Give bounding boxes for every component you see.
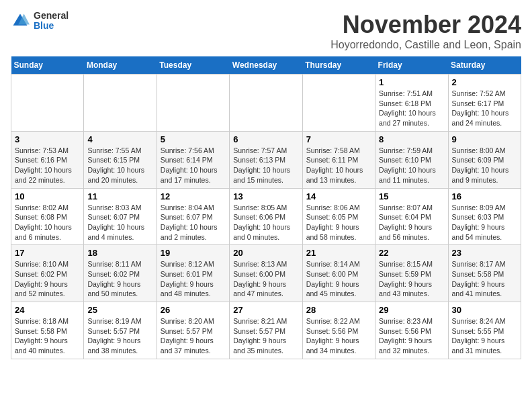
day-info: Sunrise: 8:19 AM Sunset: 5:57 PM Dayligh… xyxy=(87,316,152,356)
day-number: 22 xyxy=(379,248,444,258)
day-info: Sunrise: 7:55 AM Sunset: 6:15 PM Dayligh… xyxy=(87,146,152,185)
day-number: 12 xyxy=(161,191,226,201)
day-info: Sunrise: 7:57 AM Sunset: 6:13 PM Dayligh… xyxy=(233,146,298,185)
calendar-cell: 3Sunrise: 7:53 AM Sunset: 6:16 PM Daylig… xyxy=(11,131,84,188)
day-number: 11 xyxy=(87,191,152,201)
location-subtitle: Hoyorredondo, Castille and Leon, Spain xyxy=(330,39,521,51)
day-info: Sunrise: 8:03 AM Sunset: 6:07 PM Dayligh… xyxy=(87,203,152,242)
day-number: 16 xyxy=(452,191,517,201)
day-header-saturday: Saturday xyxy=(448,56,521,75)
day-info: Sunrise: 8:18 AM Sunset: 5:58 PM Dayligh… xyxy=(15,316,80,356)
calendar-cell: 20Sunrise: 8:13 AM Sunset: 6:00 PM Dayli… xyxy=(230,245,302,302)
day-number: 9 xyxy=(452,134,517,144)
calendar-cell: 27Sunrise: 8:21 AM Sunset: 5:57 PM Dayli… xyxy=(230,302,302,359)
day-number: 4 xyxy=(87,134,152,144)
day-number: 10 xyxy=(15,191,80,201)
calendar-cell: 19Sunrise: 8:12 AM Sunset: 6:01 PM Dayli… xyxy=(157,245,229,302)
day-info: Sunrise: 7:58 AM Sunset: 6:11 PM Dayligh… xyxy=(306,146,371,185)
calendar-cell: 13Sunrise: 8:05 AM Sunset: 6:06 PM Dayli… xyxy=(230,188,302,245)
day-number: 17 xyxy=(15,248,80,258)
day-number: 23 xyxy=(452,248,517,258)
calendar-cell: 24Sunrise: 8:18 AM Sunset: 5:58 PM Dayli… xyxy=(11,302,84,359)
calendar-cell: 5Sunrise: 7:56 AM Sunset: 6:14 PM Daylig… xyxy=(157,131,229,188)
day-info: Sunrise: 7:56 AM Sunset: 6:14 PM Dayligh… xyxy=(161,146,226,185)
day-info: Sunrise: 8:24 AM Sunset: 5:55 PM Dayligh… xyxy=(452,316,517,356)
day-info: Sunrise: 8:00 AM Sunset: 6:09 PM Dayligh… xyxy=(452,146,517,185)
day-info: Sunrise: 8:04 AM Sunset: 6:07 PM Dayligh… xyxy=(161,203,226,242)
week-row-2: 10Sunrise: 8:02 AM Sunset: 6:08 PM Dayli… xyxy=(11,188,521,245)
day-info: Sunrise: 7:52 AM Sunset: 6:17 PM Dayligh… xyxy=(452,89,517,128)
calendar-cell: 21Sunrise: 8:14 AM Sunset: 6:00 PM Dayli… xyxy=(302,245,375,302)
day-info: Sunrise: 8:06 AM Sunset: 6:05 PM Dayligh… xyxy=(306,203,371,242)
day-info: Sunrise: 8:17 AM Sunset: 5:58 PM Dayligh… xyxy=(452,259,517,299)
day-number: 2 xyxy=(452,77,517,87)
calendar-body: 1Sunrise: 7:51 AM Sunset: 6:18 PM Daylig… xyxy=(11,75,521,359)
day-info: Sunrise: 8:12 AM Sunset: 6:01 PM Dayligh… xyxy=(161,259,226,299)
day-info: Sunrise: 7:59 AM Sunset: 6:10 PM Dayligh… xyxy=(379,146,444,185)
calendar-cell: 18Sunrise: 8:11 AM Sunset: 6:02 PM Dayli… xyxy=(84,245,157,302)
calendar-cell xyxy=(157,75,229,132)
calendar-cell: 15Sunrise: 8:07 AM Sunset: 6:04 PM Dayli… xyxy=(375,188,448,245)
day-info: Sunrise: 8:10 AM Sunset: 6:02 PM Dayligh… xyxy=(15,259,80,299)
day-info: Sunrise: 8:21 AM Sunset: 5:57 PM Dayligh… xyxy=(233,316,298,356)
day-number: 27 xyxy=(233,305,298,315)
calendar-cell: 26Sunrise: 8:20 AM Sunset: 5:57 PM Dayli… xyxy=(157,302,229,359)
title-area: November 2024 Hoyorredondo, Castille and… xyxy=(330,11,521,51)
day-header-sunday: Sunday xyxy=(11,56,84,75)
calendar-cell: 4Sunrise: 7:55 AM Sunset: 6:15 PM Daylig… xyxy=(84,131,157,188)
calendar-cell: 7Sunrise: 7:58 AM Sunset: 6:11 PM Daylig… xyxy=(302,131,375,188)
calendar-cell xyxy=(11,75,84,132)
calendar-cell xyxy=(230,75,302,132)
day-info: Sunrise: 7:51 AM Sunset: 6:18 PM Dayligh… xyxy=(379,89,444,128)
day-number: 26 xyxy=(161,305,226,315)
logo-text: General Blue xyxy=(34,11,69,32)
day-number: 3 xyxy=(15,134,80,144)
day-number: 25 xyxy=(87,305,152,315)
header: General Blue November 2024 Hoyorredondo,… xyxy=(11,11,521,51)
day-header-thursday: Thursday xyxy=(302,56,375,75)
day-number: 19 xyxy=(161,248,226,258)
calendar-cell: 17Sunrise: 8:10 AM Sunset: 6:02 PM Dayli… xyxy=(11,245,84,302)
week-row-3: 17Sunrise: 8:10 AM Sunset: 6:02 PM Dayli… xyxy=(11,245,521,302)
day-number: 18 xyxy=(87,248,152,258)
calendar-cell: 2Sunrise: 7:52 AM Sunset: 6:17 PM Daylig… xyxy=(448,75,521,132)
day-header-monday: Monday xyxy=(84,56,157,75)
day-info: Sunrise: 8:11 AM Sunset: 6:02 PM Dayligh… xyxy=(87,259,152,299)
calendar-table: SundayMondayTuesdayWednesdayThursdayFrid… xyxy=(11,56,521,359)
calendar-cell: 16Sunrise: 8:09 AM Sunset: 6:03 PM Dayli… xyxy=(448,188,521,245)
day-number: 20 xyxy=(233,248,298,258)
header-row: SundayMondayTuesdayWednesdayThursdayFrid… xyxy=(11,56,521,75)
calendar-cell: 11Sunrise: 8:03 AM Sunset: 6:07 PM Dayli… xyxy=(84,188,157,245)
calendar-header: SundayMondayTuesdayWednesdayThursdayFrid… xyxy=(11,56,521,75)
logo: General Blue xyxy=(11,11,69,32)
day-number: 24 xyxy=(15,305,80,315)
calendar-cell: 25Sunrise: 8:19 AM Sunset: 5:57 PM Dayli… xyxy=(84,302,157,359)
day-info: Sunrise: 8:20 AM Sunset: 5:57 PM Dayligh… xyxy=(161,316,226,356)
day-header-tuesday: Tuesday xyxy=(157,56,229,75)
day-number: 21 xyxy=(306,248,371,258)
day-number: 30 xyxy=(452,305,517,315)
day-info: Sunrise: 8:02 AM Sunset: 6:08 PM Dayligh… xyxy=(15,203,80,242)
calendar-cell: 10Sunrise: 8:02 AM Sunset: 6:08 PM Dayli… xyxy=(11,188,84,245)
day-number: 28 xyxy=(306,305,371,315)
day-info: Sunrise: 8:22 AM Sunset: 5:56 PM Dayligh… xyxy=(306,316,371,356)
calendar-cell: 28Sunrise: 8:22 AM Sunset: 5:56 PM Dayli… xyxy=(302,302,375,359)
day-number: 8 xyxy=(379,134,444,144)
day-header-friday: Friday xyxy=(375,56,448,75)
calendar-cell: 22Sunrise: 8:15 AM Sunset: 5:59 PM Dayli… xyxy=(375,245,448,302)
week-row-1: 3Sunrise: 7:53 AM Sunset: 6:16 PM Daylig… xyxy=(11,131,521,188)
day-number: 14 xyxy=(306,191,371,201)
calendar-cell xyxy=(84,75,157,132)
day-number: 7 xyxy=(306,134,371,144)
month-title: November 2024 xyxy=(330,11,521,39)
day-info: Sunrise: 8:07 AM Sunset: 6:04 PM Dayligh… xyxy=(379,203,444,242)
calendar-cell xyxy=(302,75,375,132)
day-info: Sunrise: 8:14 AM Sunset: 6:00 PM Dayligh… xyxy=(306,259,371,299)
day-info: Sunrise: 8:09 AM Sunset: 6:03 PM Dayligh… xyxy=(452,203,517,242)
day-number: 15 xyxy=(379,191,444,201)
day-info: Sunrise: 7:53 AM Sunset: 6:16 PM Dayligh… xyxy=(15,146,80,185)
logo-blue-text: Blue xyxy=(34,21,69,31)
calendar-cell: 8Sunrise: 7:59 AM Sunset: 6:10 PM Daylig… xyxy=(375,131,448,188)
day-info: Sunrise: 8:15 AM Sunset: 5:59 PM Dayligh… xyxy=(379,259,444,299)
calendar-cell: 6Sunrise: 7:57 AM Sunset: 6:13 PM Daylig… xyxy=(230,131,302,188)
